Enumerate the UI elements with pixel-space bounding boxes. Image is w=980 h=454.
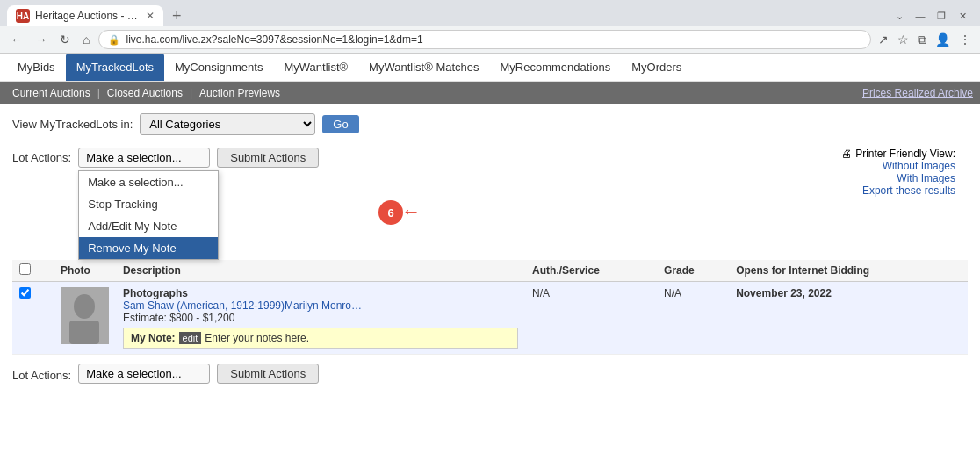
window-minimize-icon[interactable]: — bbox=[913, 9, 927, 23]
nav-mybids[interactable]: MyBids bbox=[7, 54, 66, 81]
arrow-icon: ← bbox=[401, 200, 421, 223]
note-edit-button[interactable]: edit bbox=[179, 332, 202, 344]
col-grade: Grade bbox=[657, 260, 729, 282]
new-tab-button[interactable]: + bbox=[167, 7, 187, 25]
nav-myorders[interactable]: MyOrders bbox=[621, 54, 692, 81]
row-photo-cell bbox=[54, 282, 116, 355]
estimate-text: Estimate: $800 - $1,200 bbox=[123, 312, 518, 324]
svg-point-1 bbox=[74, 294, 95, 319]
go-button[interactable]: Go bbox=[322, 115, 358, 133]
browser-chrome: HA Heritage Auctions - Live! - S… ✕ + ⌄ … bbox=[0, 0, 980, 54]
sub-nav: Current Auctions | Closed Auctions | Auc… bbox=[0, 82, 980, 104]
export-results-link[interactable]: Export these results bbox=[841, 184, 955, 197]
view-label: View MyTrackedLots in: bbox=[12, 118, 133, 131]
window-chevron-icon[interactable]: ⌄ bbox=[892, 9, 906, 23]
row-opens-cell: November 23, 2022 bbox=[729, 282, 968, 355]
printer-section: 🖨 Printer Friendly View: Without Images … bbox=[841, 148, 955, 197]
lot-table: Photo Description Auth./Service Grade Op… bbox=[12, 260, 968, 355]
svg-rect-2 bbox=[69, 321, 99, 344]
actions-row: Lot Actions: Make a selection... Stop Tr… bbox=[12, 148, 421, 225]
sub-nav-closed-auctions[interactable]: Closed Auctions bbox=[102, 85, 188, 101]
window-close-icon[interactable]: ✕ bbox=[955, 9, 969, 23]
bottom-actions-row: Lot Actions: Make a selection... Submit … bbox=[12, 364, 968, 384]
sub-nav-auction-previews[interactable]: Auction Previews bbox=[194, 85, 285, 101]
nav-mytrackedlots[interactable]: MyTrackedLots bbox=[66, 54, 164, 81]
nav-mywantlist[interactable]: MyWantlist® bbox=[273, 54, 358, 81]
row-checkbox[interactable] bbox=[19, 287, 31, 299]
row-checkbox-cell bbox=[12, 282, 54, 355]
without-images-link[interactable]: Without Images bbox=[841, 160, 955, 172]
my-note-box: My Note: edit Enter your notes here. bbox=[123, 328, 518, 349]
home-button[interactable]: ⌂ bbox=[79, 31, 93, 48]
bottom-lot-actions-label: Lot Actions: bbox=[12, 365, 71, 382]
profile-icon[interactable]: 👤 bbox=[933, 31, 952, 48]
col-photo: Photo bbox=[54, 260, 116, 282]
col-auth-service: Auth./Service bbox=[525, 260, 657, 282]
with-images-link[interactable]: With Images bbox=[841, 172, 955, 184]
refresh-button[interactable]: ↻ bbox=[56, 31, 74, 48]
row-description-cell: Photographs Sam Shaw (American, 1912-199… bbox=[116, 282, 525, 355]
tab-favicon: HA bbox=[16, 9, 30, 23]
view-row: View MyTrackedLots in: All Categories Go bbox=[12, 113, 968, 135]
col-checkbox bbox=[12, 260, 54, 282]
main-content: View MyTrackedLots in: All Categories Go… bbox=[0, 104, 980, 393]
app-nav: MyBids MyTrackedLots MyConsignments MyWa… bbox=[0, 54, 980, 82]
row-auth-cell: N/A bbox=[525, 282, 657, 355]
nav-myconsignments[interactable]: MyConsignments bbox=[164, 54, 273, 81]
lot-actions-label: Lot Actions: bbox=[12, 148, 71, 164]
dropdown-item-make-selection[interactable]: Make a selection... bbox=[79, 171, 218, 193]
note-text: Enter your notes here. bbox=[205, 332, 309, 344]
url-bar[interactable]: 🔒 live.ha.com/live.zx?saleNo=3097&sessio… bbox=[98, 30, 871, 49]
menu-icon[interactable]: ⋮ bbox=[957, 31, 973, 48]
my-note-label: My Note: bbox=[131, 332, 176, 344]
toolbar-icons: ↗ ☆ ⧉ 👤 ⋮ bbox=[876, 31, 973, 49]
sub-nav-current-auctions[interactable]: Current Auctions bbox=[7, 85, 96, 101]
lot-actions-dropdown: Make a selection... Stop Tracking Add/Ed… bbox=[78, 170, 219, 260]
browser-titlebar: HA Heritage Auctions - Live! - S… ✕ + ⌄ … bbox=[0, 0, 980, 26]
sub-nav-sep2: | bbox=[188, 85, 194, 101]
forward-button[interactable]: → bbox=[32, 31, 51, 48]
bottom-submit-button[interactable]: Submit Actions bbox=[217, 364, 319, 384]
dropdown-item-stop-tracking[interactable]: Stop Tracking bbox=[79, 193, 218, 215]
url-text: live.ha.com/live.zx?saleNo=3097&sessionN… bbox=[126, 33, 861, 46]
row-grade-cell: N/A bbox=[657, 282, 729, 355]
dropdown-item-remove-note[interactable]: Remove My Note bbox=[79, 237, 218, 259]
tab-label: Heritage Auctions - Live! - S… bbox=[35, 10, 141, 22]
category-select[interactable]: All Categories bbox=[140, 113, 315, 135]
browser-tab[interactable]: HA Heritage Auctions - Live! - S… ✕ bbox=[7, 5, 163, 26]
bookmark-icon[interactable]: ☆ bbox=[896, 31, 911, 48]
select-all-checkbox[interactable] bbox=[19, 263, 31, 275]
secure-icon: 🔒 bbox=[108, 34, 120, 46]
share-icon[interactable]: ↗ bbox=[876, 31, 890, 48]
lot-actions-select-wrapper: Make a selection... Stop Tracking Add/Ed… bbox=[78, 148, 210, 168]
step-badge: 6 bbox=[378, 200, 403, 225]
col-opens: Opens for Internet Bidding bbox=[729, 260, 968, 282]
submit-actions-button[interactable]: Submit Actions bbox=[217, 148, 319, 168]
window-restore-icon[interactable]: ❐ bbox=[934, 9, 948, 23]
printer-label: Printer Friendly View: bbox=[855, 148, 955, 160]
sub-nav-left: Current Auctions | Closed Auctions | Auc… bbox=[7, 85, 285, 101]
back-button[interactable]: ← bbox=[7, 31, 26, 48]
nav-mywantlist-matches[interactable]: MyWantlist® Matches bbox=[358, 54, 489, 81]
sub-nav-sep1: | bbox=[96, 85, 102, 101]
window-controls: ⌄ — ❐ ✕ bbox=[892, 9, 973, 23]
photo-thumbnail bbox=[61, 287, 109, 344]
bottom-lot-actions-select[interactable]: Make a selection... bbox=[78, 364, 210, 384]
description-link[interactable]: Sam Shaw (American, 1912-1999)Marilyn Mo… bbox=[123, 299, 362, 312]
prices-realized-link[interactable]: Prices Realized Archive bbox=[862, 87, 973, 99]
printer-icon: 🖨 bbox=[841, 148, 852, 160]
col-description: Description bbox=[116, 260, 525, 282]
tab-close-icon[interactable]: ✕ bbox=[146, 10, 155, 22]
lot-actions-select[interactable]: Make a selection... Stop Tracking Add/Ed… bbox=[78, 148, 210, 168]
nav-myrecommendations[interactable]: MyRecommendations bbox=[490, 54, 622, 81]
dropdown-item-add-edit-note[interactable]: Add/Edit My Note bbox=[79, 215, 218, 237]
browser-toolbar: ← → ↻ ⌂ 🔒 live.ha.com/live.zx?saleNo=309… bbox=[0, 26, 980, 53]
extensions-icon[interactable]: ⧉ bbox=[916, 31, 928, 49]
description-title: Photographs bbox=[123, 287, 518, 299]
table-row: Photographs Sam Shaw (American, 1912-199… bbox=[12, 282, 968, 355]
